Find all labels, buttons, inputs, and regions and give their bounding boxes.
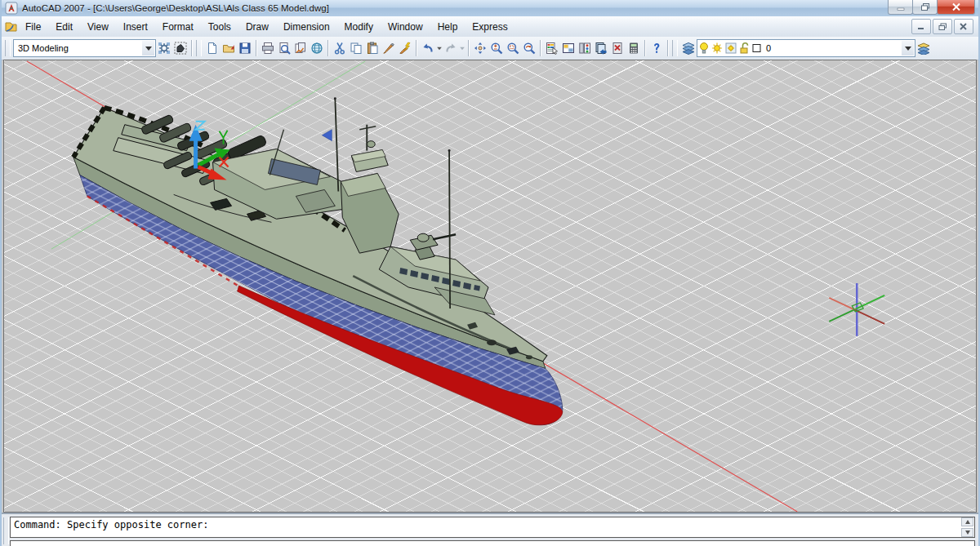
quickcalc-button[interactable]	[626, 39, 642, 57]
properties-button[interactable]	[544, 39, 560, 57]
toolbar-grip[interactable]	[5, 40, 11, 56]
menu-express[interactable]: Express	[465, 19, 514, 35]
new-file-icon	[206, 42, 219, 55]
z-axis-arrow[interactable]	[189, 125, 203, 141]
title-bar[interactable]: AutoCAD 2007 - [C:\Users\George\Desktop\…	[2, 0, 978, 17]
layer-properties-button[interactable]	[915, 39, 932, 57]
window-title: AutoCAD 2007 - [C:\Users\George\Desktop\…	[22, 3, 329, 13]
publish-button[interactable]	[292, 39, 309, 57]
menu-tools[interactable]: Tools	[201, 19, 238, 35]
command-window-grip[interactable]	[3, 517, 9, 544]
open-file-button[interactable]	[220, 39, 237, 57]
layer-name: 0	[766, 43, 771, 53]
help-question-icon	[650, 42, 663, 55]
open-folder-icon	[222, 42, 235, 55]
menu-draw[interactable]: Draw	[238, 19, 276, 35]
menu-format[interactable]: Format	[155, 19, 201, 35]
workspace-dropdown[interactable]: 3D Modeling	[13, 39, 156, 57]
dwf-publish-button[interactable]	[309, 39, 325, 57]
scissors-icon	[333, 42, 346, 55]
command-scrollbar[interactable]	[961, 517, 974, 537]
mdi-minimize-button[interactable]	[911, 19, 931, 34]
command-input-line[interactable]	[10, 540, 975, 546]
menu-window[interactable]: Window	[381, 19, 430, 35]
scroll-down-button[interactable]	[961, 528, 973, 537]
toolbar-grip[interactable]	[672, 40, 678, 56]
workspace-value: 3D Modeling	[18, 43, 69, 53]
workspace-dropdown-arrow[interactable]	[142, 41, 154, 55]
scroll-down-icon	[965, 530, 970, 535]
markup-set-manager-button[interactable]	[609, 39, 626, 57]
menu-insert[interactable]: Insert	[116, 19, 155, 35]
pan-button[interactable]	[472, 39, 488, 57]
undo-arrow-icon	[421, 42, 434, 55]
my-workspace-button[interactable]	[172, 39, 189, 57]
toolbar-separator	[644, 40, 646, 56]
restore-icon	[920, 2, 930, 11]
zoom-realtime-button[interactable]	[488, 39, 505, 57]
menu-dimension[interactable]: Dimension	[276, 19, 337, 35]
magnifier-window-icon	[506, 42, 519, 55]
freeze-sun-icon	[725, 42, 737, 55]
match-properties-button[interactable]	[381, 39, 397, 57]
properties-palette-icon	[546, 42, 559, 55]
toolbar-separator	[191, 40, 193, 56]
paste-button[interactable]	[364, 39, 381, 57]
restore-button[interactable]	[912, 0, 938, 15]
toolbar-grip[interactable]	[196, 40, 202, 56]
workspace-settings-button[interactable]	[156, 39, 172, 57]
menu-help[interactable]: Help	[430, 19, 466, 35]
plot-button[interactable]	[260, 39, 276, 57]
brush-lightning-button[interactable]	[397, 39, 413, 57]
mdi-close-button[interactable]	[954, 19, 973, 34]
layer-control-dropdown[interactable]: 0	[697, 39, 915, 57]
tool-palettes-button[interactable]	[577, 39, 593, 57]
bulb-icon	[699, 42, 709, 55]
brush-lightning-icon	[399, 42, 412, 55]
toolbar-separator	[468, 40, 470, 56]
sheet-set-icon	[595, 42, 608, 55]
toolbar: 3D Modeling	[2, 37, 978, 60]
designcenter-button[interactable]	[560, 39, 577, 57]
command-window[interactable]: Command: Specify opposite corner:	[2, 513, 978, 546]
close-icon	[951, 2, 961, 11]
scroll-up-button[interactable]	[961, 517, 973, 526]
layer-dropdown-arrow[interactable]	[902, 41, 914, 55]
save-button[interactable]	[237, 39, 253, 57]
menu-file[interactable]: File	[18, 19, 48, 35]
help-button[interactable]	[648, 39, 665, 57]
z-axis-label	[196, 122, 205, 130]
menu-modify[interactable]: Modify	[337, 19, 381, 35]
menu-view[interactable]: View	[80, 19, 116, 35]
menu-edit[interactable]: Edit	[48, 19, 80, 35]
toolbar-separator	[256, 40, 257, 56]
undo-dropdown[interactable]	[436, 39, 443, 57]
window-controls	[889, 0, 975, 15]
cut-button[interactable]	[332, 39, 348, 57]
command-history[interactable]: Command: Specify opposite corner:	[10, 517, 975, 538]
zoom-window-button[interactable]	[505, 39, 521, 57]
new-file-button[interactable]	[204, 39, 220, 57]
redo-dropdown[interactable]	[459, 39, 466, 57]
markup-page-red-x-icon	[611, 42, 624, 55]
ship-model[interactable]	[74, 97, 563, 425]
sheet-set-manager-button[interactable]	[593, 39, 609, 57]
mdi-restore-button[interactable]	[933, 19, 952, 34]
undo-button[interactable]	[420, 39, 436, 57]
scroll-up-icon	[965, 520, 970, 524]
floppy-disk-icon	[238, 42, 252, 55]
calculator-icon	[627, 42, 640, 55]
redo-button[interactable]	[443, 39, 459, 57]
mdi-restore-icon	[938, 23, 947, 31]
zoom-previous-button[interactable]	[521, 39, 537, 57]
layer-color-swatch	[752, 42, 762, 55]
my-workspace-icon	[174, 42, 187, 55]
close-button[interactable]	[937, 0, 975, 15]
model-space-viewport[interactable]	[3, 60, 977, 513]
magnifier-previous-icon	[523, 42, 536, 55]
plot-preview-button[interactable]	[276, 39, 292, 57]
minimize-button[interactable]	[888, 0, 913, 15]
copy-button[interactable]	[348, 39, 364, 57]
layers-button[interactable]	[680, 39, 697, 57]
pan-hand-icon	[474, 42, 487, 55]
